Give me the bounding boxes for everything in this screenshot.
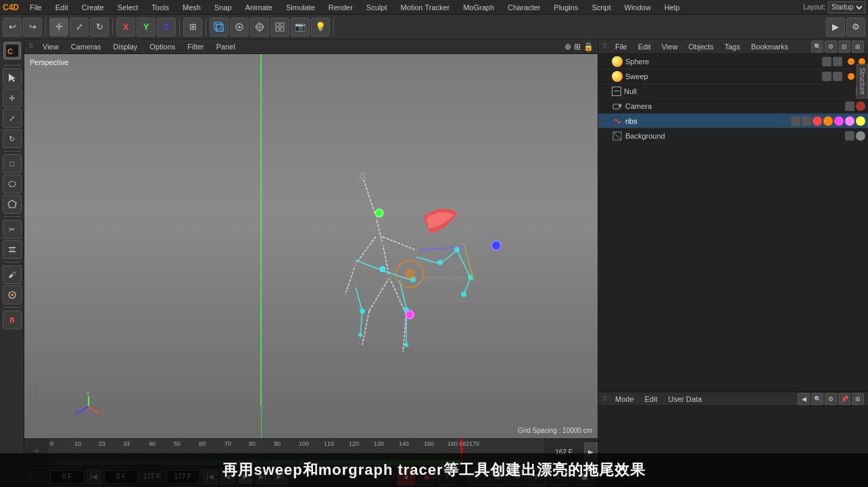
move-tool-button[interactable]: ✛ (49, 18, 68, 37)
polygon-tool[interactable] (3, 195, 22, 214)
x-axis-button[interactable]: X (116, 18, 135, 37)
svg-line-55 (416, 257, 440, 264)
sculpt-tool[interactable] (3, 285, 22, 304)
vp-maximize-button[interactable]: ⊞ (574, 42, 581, 51)
attrs-settings-icon[interactable]: ⚙ (825, 393, 837, 405)
objects-menu-bookmarks[interactable]: Bookmarks (748, 41, 791, 52)
objects-menu-file[interactable]: File (612, 41, 630, 52)
transform-mode-button[interactable]: ⊞ (183, 18, 202, 37)
attrs-menu-edit[interactable]: Edit (642, 394, 660, 404)
menu-simulate[interactable]: Simulate (283, 2, 318, 13)
svg-line-56 (440, 250, 457, 264)
menu-sculpt[interactable]: Sculpt (364, 2, 390, 13)
menu-tools[interactable]: Tools (149, 2, 172, 13)
y-axis-button[interactable]: Y (137, 18, 155, 37)
sweep-name: Sweep (625, 72, 819, 80)
menu-motion-tracker[interactable]: Motion Tracker (397, 2, 452, 13)
obj-item-null[interactable]: Null (598, 84, 868, 99)
attrs-pin-icon[interactable]: 📌 (838, 393, 850, 405)
obj-item-background[interactable]: Background (598, 129, 868, 143)
search-icon[interactable]: 🔍 (811, 41, 823, 53)
attrs-expand-icon[interactable]: ⊞ (852, 393, 864, 405)
bridge-tool[interactable] (3, 240, 22, 259)
box-select-tool[interactable]: □ (3, 154, 22, 173)
menu-animate[interactable]: Animate (243, 2, 275, 13)
objects-menu-edit[interactable]: Edit (635, 41, 654, 52)
menu-render[interactable]: Render (326, 2, 356, 13)
camera-button[interactable]: 📷 (291, 18, 310, 37)
menu-character[interactable]: Character (505, 2, 543, 13)
obj-item-sphere[interactable]: Sphere (598, 54, 868, 69)
vp-nav-button[interactable]: ⊕ (564, 42, 571, 51)
vp-menu-view[interactable]: View (40, 41, 62, 52)
camera-icon (612, 101, 623, 112)
menu-file[interactable]: File (27, 2, 45, 13)
obj-item-camera[interactable]: Camera (598, 99, 868, 114)
attrs-back-icon[interactable]: ◀ (798, 393, 810, 405)
undo-button[interactable]: ↩ (3, 18, 22, 37)
menu-snap[interactable]: Snap (212, 2, 235, 13)
menu-help[interactable]: Help (662, 2, 683, 13)
obj-item-sweep[interactable]: Sweep (598, 69, 868, 84)
vp-menu-cameras[interactable]: Cameras (68, 41, 104, 52)
menu-edit[interactable]: Edit (53, 2, 71, 13)
obj-collapse-icon[interactable]: ⊟ (838, 41, 850, 53)
menu-select[interactable]: Select (115, 2, 141, 13)
light-button[interactable]: 💡 (311, 18, 330, 37)
z-axis-button[interactable]: Z (157, 18, 176, 37)
knife-tool[interactable]: ✂ (3, 220, 22, 239)
tick-60: 60 (199, 439, 206, 447)
menu-create[interactable]: Create (79, 2, 107, 13)
attrs-menu-userdata[interactable]: User Data (666, 394, 705, 404)
obj-expand-icon[interactable]: ⊞ (852, 41, 864, 53)
magnet-tool[interactable] (3, 310, 22, 329)
obj-settings-icon[interactable]: ⚙ (825, 41, 837, 53)
paint-tool[interactable]: 🖌 (3, 265, 22, 284)
obj-mode-button[interactable] (230, 18, 249, 37)
grid-button[interactable] (270, 18, 289, 37)
tool-separator-5 (3, 307, 21, 308)
select-tool[interactable] (3, 68, 22, 87)
objects-menu-objects[interactable]: Objects (685, 41, 716, 52)
vp-menu-options[interactable]: Options (147, 41, 178, 52)
svg-line-33 (383, 244, 389, 277)
scale-tool[interactable]: ⤢ (3, 109, 22, 128)
sweep-tag-1 (822, 72, 831, 81)
vp-menu-filter[interactable]: Filter (185, 41, 206, 52)
menu-mesh[interactable]: Mesh (180, 2, 203, 13)
tick-10: 10 (74, 439, 81, 447)
redo-button[interactable]: ↪ (23, 18, 42, 37)
menu-script[interactable]: Script (589, 2, 613, 13)
menu-mograph[interactable]: MoGraph (460, 2, 497, 13)
attrs-menu-mode[interactable]: Mode (612, 394, 637, 404)
objects-menu-view[interactable]: View (659, 41, 681, 52)
rotate-tool[interactable]: ↻ (3, 129, 22, 148)
rotate-tool-button[interactable]: ↻ (90, 18, 109, 37)
layout-select[interactable]: Startup (828, 1, 865, 14)
structure-tab[interactable]: Structure (857, 64, 868, 99)
vp-menu-display[interactable]: Display (110, 41, 140, 52)
lasso-tool[interactable] (3, 175, 22, 193)
svg-line-53 (400, 281, 406, 308)
vp-lock-button[interactable]: 🔒 (583, 42, 594, 51)
tick-0: 0 (50, 439, 53, 447)
objects-topbar: ⠿ File Edit View Objects Tags Bookmarks … (598, 39, 868, 54)
attrs-search-icon[interactable]: 🔍 (811, 393, 823, 405)
render-settings-button[interactable]: ⚙ (846, 18, 865, 37)
sweep-icon (612, 71, 623, 82)
obj-item-ribs[interactable]: ribs (598, 114, 868, 129)
main-layout: C ✛ ⤢ ↻ □ ✂ 🖌 ⠿ (0, 39, 868, 487)
menu-window[interactable]: Window (622, 2, 654, 13)
scale-tool-button[interactable]: ⤢ (70, 18, 89, 37)
ribs-name: ribs (625, 117, 788, 125)
vp-menu-panel[interactable]: Panel (214, 41, 238, 52)
render-view-button[interactable]: ▶ (826, 18, 845, 37)
objects-menu-tags[interactable]: Tags (722, 41, 743, 52)
snap-button[interactable] (250, 18, 269, 37)
move-tool[interactable]: ✛ (3, 89, 22, 108)
menu-plugins[interactable]: Plugins (551, 2, 581, 13)
grid-spacing-label: Grid Spacing : 10000 cm (518, 427, 592, 434)
viewport[interactable]: Perspective Grid Spacing : 10000 cm Y X … (24, 54, 598, 438)
tick-100: 100 (299, 439, 309, 447)
view-cube-button[interactable] (210, 18, 228, 37)
